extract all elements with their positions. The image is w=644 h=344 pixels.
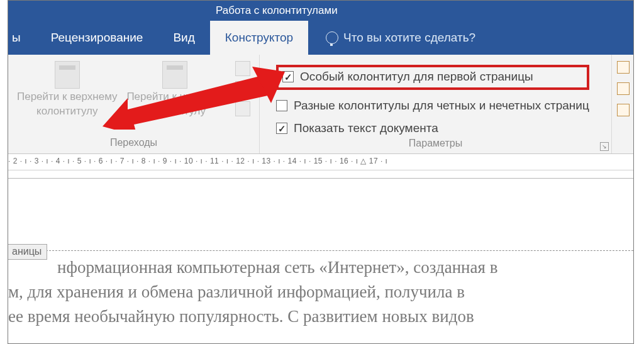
group-transitions: Перейти к верхнему колонтитулу Перейти к… [8,55,260,153]
checkbox-first-page[interactable] [282,71,294,82]
tab-designer[interactable]: Конструктор [210,21,308,55]
tab-view[interactable]: Вид [158,21,209,55]
goto-header-button[interactable]: Перейти к верхнему колонтитулу [13,58,121,118]
goto-footer-label1: Перейти к нижнему [126,90,223,103]
position-bottom-icon[interactable] [617,82,630,95]
dialog-launcher-icon[interactable]: ↘ [600,142,609,151]
header-tag: аницы [8,244,47,260]
page: аницы нформационная компьютерная сеть «И… [8,178,633,329]
footer-icon [162,61,187,89]
ruler-ticks: · 2 · ı · 3 · ı · 4 · ı · 5 · ı · 6 · ı … [8,157,387,165]
prev-section-icon[interactable] [235,61,250,76]
ribbon-tabs: ы Рецензирование Вид Конструктор Что вы … [8,21,633,55]
document-body: нформационная компьютерная сеть «Интерне… [57,255,618,280]
tell-me-search[interactable]: Что вы хотите сделать? [308,21,475,55]
body-line-2: м, для хранения и обмена различной инфор… [8,280,611,304]
group-parameters: Особый колонтитул для первой страницы Ра… [260,55,611,153]
link-previous-icon[interactable] [235,101,250,116]
ribbon: Перейти к верхнему колонтитулу Перейти к… [8,55,633,154]
header-icon [55,61,80,89]
group-parameters-label: Параметры [265,135,606,154]
tab-review[interactable]: Рецензирование [36,21,158,55]
insert-tab-icon[interactable] [617,104,630,116]
body-line-1: нформационная компьютерная сеть «Интерне… [57,255,611,280]
checkbox-odd-even[interactable] [276,100,287,111]
goto-footer-button[interactable]: Перейти к нижнему колонтитулу [121,58,230,118]
document-area[interactable]: аницы нформационная компьютерная сеть «И… [8,170,633,334]
next-section-icon[interactable] [235,81,250,96]
checkbox-show-text[interactable] [276,123,287,134]
context-tab-bar: Работа с колонтитулами [8,1,633,21]
document-body: м, для хранения и обмена различной инфор… [8,280,618,329]
annotation-highlight: Особый колонтитул для первой страницы [276,65,589,90]
goto-footer-label2: колонтитулу [145,104,206,118]
horizontal-ruler[interactable]: · 2 · ı · 3 · ı · 4 · ı · 5 · ı · 6 · ı … [8,154,633,170]
tell-me-label: Что вы хотите сделать? [343,31,475,45]
header-boundary [8,250,633,251]
tab-partial[interactable]: ы [8,21,36,55]
checkbox-odd-even-label: Разные колонтитулы для четных и нечетных… [294,99,589,113]
context-tab-label: Работа с колонтитулами [216,4,338,17]
nav-small-buttons [229,58,254,116]
position-top-icon[interactable] [617,61,630,74]
body-line-3: ее время необычайную популярность. С раз… [8,304,611,329]
checkbox-show-text-label: Показать текст документа [294,121,438,135]
goto-header-label1: Перейти к верхнему [17,90,118,103]
lightbulb-icon [326,31,338,44]
group-transitions-label: Переходы [13,135,254,153]
checkbox-first-page-label: Особый колонтитул для первой страницы [300,70,533,84]
group-position-partial [611,55,633,153]
goto-header-label2: колонтитулу [36,104,97,118]
